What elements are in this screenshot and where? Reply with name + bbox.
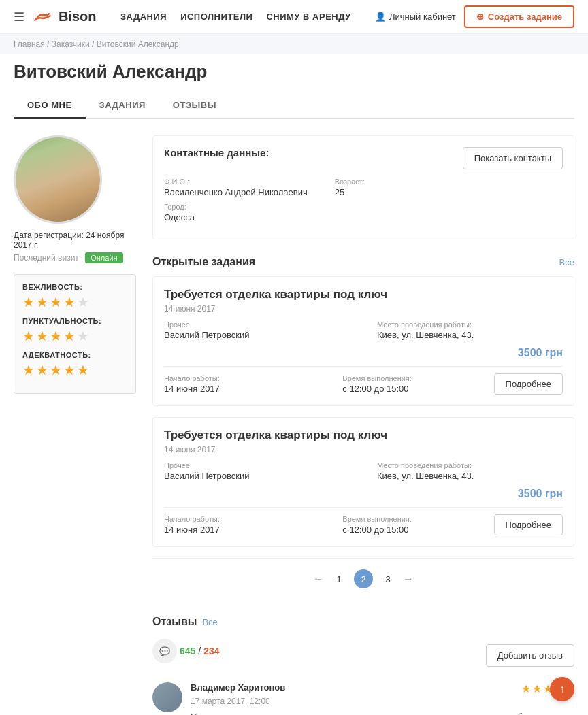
header: ☰ Bison ЗАДАНИЯ ИСПОЛНИТЕЛИ СНИМУ В АРЕН… xyxy=(0,0,588,34)
task-date-1: 14 июня 2017 xyxy=(164,304,563,314)
contacts-title: Контактные данные: xyxy=(164,147,269,159)
task-title-1[interactable]: Требуется отделка квартиры под ключ xyxy=(164,288,563,301)
tasks-prev-arrow[interactable]: ← xyxy=(313,573,324,585)
star-1: ★ xyxy=(22,362,35,378)
review-date-1: 17 марта 2017, 12:00 xyxy=(191,697,574,706)
review-text-1: Поведенческая практика показывает, что у… xyxy=(191,710,574,715)
reviews-bubble-icon: 💬 xyxy=(152,639,177,663)
reviews-counts: 💬 645 / 234 xyxy=(152,639,220,663)
contact-age: Возраст: 25 xyxy=(335,178,365,197)
task-location-2: Место проведения работы: Киев, ул. Шевче… xyxy=(377,461,563,481)
star-5: ★ xyxy=(77,294,89,310)
profile-section: Дата регистрации: 24 ноября 2017 г. Посл… xyxy=(14,135,574,715)
online-badge: Онлайн xyxy=(85,252,122,263)
logo[interactable]: Bison xyxy=(33,6,97,28)
rating-politeness: ВЕЖЛИВОСТЬ: ★ ★ ★ ★ ★ xyxy=(22,283,127,310)
header-right: 👤 Личный кабинет ⊕ Создать задание xyxy=(375,5,574,28)
nav-rent[interactable]: СНИМУ В АРЕНДУ xyxy=(266,12,350,22)
review-body-1: Владимер Харитонов ★ ★ ★ ★ ★ 17 марта 20… xyxy=(191,682,574,715)
tab-tasks[interactable]: ЗАДАНИЯ xyxy=(86,93,159,119)
stars-adequacy: ★ ★ ★ ★ ★ xyxy=(22,362,127,378)
tab-reviews[interactable]: ОТЗЫВЫ xyxy=(159,93,230,119)
last-visit: Последний визит: Онлайн xyxy=(14,252,136,263)
breadcrumb-current: Витовский Александр xyxy=(97,39,179,49)
contact-row-fio-age: Ф.И.О.: Василенченко Андрей Николаевич В… xyxy=(164,178,563,197)
star-3: ★ xyxy=(50,362,62,378)
contacts-header: Контактные данные: Показать контакты xyxy=(164,147,563,169)
task-location-1: Место проведения работы: Киев, ул. Шевче… xyxy=(377,320,563,340)
add-review-button[interactable]: Добавить отзыв xyxy=(486,644,574,667)
tasks-page-1[interactable]: 1 xyxy=(329,569,348,588)
reviews-count-pos: 645 xyxy=(180,646,195,656)
scroll-to-top-button[interactable]: ↑ xyxy=(550,677,574,701)
review-card-1: Владимер Харитонов ★ ★ ★ ★ ★ 17 марта 20… xyxy=(152,682,574,715)
cabinet-link[interactable]: 👤 Личный кабинет xyxy=(375,12,456,22)
open-tasks-all[interactable]: Все xyxy=(559,257,574,267)
burger-icon[interactable]: ☰ xyxy=(14,10,24,24)
main-content: Витовский Александр ОБО МНЕ ЗАДАНИЯ ОТЗЫ… xyxy=(0,54,588,715)
breadcrumb-home[interactable]: Главная xyxy=(14,39,45,49)
contact-fio: Ф.И.О.: Василенченко Андрей Николаевич xyxy=(164,178,308,197)
task-price-1: 3500 грн xyxy=(518,347,563,359)
task-meta-2: Прочее Василий Петровский Место проведен… xyxy=(164,461,563,481)
task-bottom-2: Начало работы: 14 июня 2017 Время выполн… xyxy=(164,514,563,535)
star-4: ★ xyxy=(63,362,76,378)
open-tasks-title: Открытые задания xyxy=(152,256,255,268)
logo-text: Bison xyxy=(59,9,97,24)
rating-adequacy: АДЕКВАТНОСТЬ: ★ ★ ★ ★ ★ xyxy=(22,351,127,378)
rating-punctuality: ПУНКТУАЛЬНОСТЬ: ★ ★ ★ ★ ★ xyxy=(22,317,127,344)
review-avatar-1 xyxy=(152,682,182,712)
reviews-count-neg: 234 xyxy=(203,646,219,656)
open-tasks-header: Открытые задания Все xyxy=(152,256,574,268)
tasks-next-arrow[interactable]: → xyxy=(403,573,414,585)
task-dates-1: Начало работы: 14 июня 2017 Время выполн… xyxy=(164,374,494,394)
task-card-1: Требуется отделка квартиры под ключ 14 и… xyxy=(152,276,574,406)
detail-button-2[interactable]: Подробнее xyxy=(494,514,563,535)
header-left: ☰ Bison xyxy=(14,6,97,28)
reviews-all[interactable]: Все xyxy=(202,617,217,627)
star-1: ★ xyxy=(22,294,35,310)
task-date-2: 14 июня 2017 xyxy=(164,445,563,454)
star-4: ★ xyxy=(63,294,76,310)
reviews-section: Отзывы Все 💬 645 / 234 Добавить отзыв xyxy=(152,616,574,715)
reg-date: Дата регистрации: 24 ноября 2017 г. xyxy=(14,231,136,250)
nav-executors[interactable]: ИСПОЛНИТЕЛИ xyxy=(180,12,252,22)
plus-icon: ⊕ xyxy=(476,12,484,22)
contacts-section: Контактные данные: Показать контакты Ф.И… xyxy=(152,135,574,239)
star-5: ★ xyxy=(77,362,89,378)
task-bottom-1: Начало работы: 14 июня 2017 Время выполн… xyxy=(164,373,563,395)
tasks-page-2[interactable]: 2 xyxy=(354,569,373,588)
create-task-button[interactable]: ⊕ Создать задание xyxy=(464,5,574,28)
tab-about[interactable]: ОБО МНЕ xyxy=(14,93,86,119)
star-4: ★ xyxy=(63,328,76,344)
tasks-page-3[interactable]: 3 xyxy=(378,569,397,588)
task-title-2[interactable]: Требуется отделка квартиры под ключ xyxy=(164,429,563,442)
task-card-2: Требуется отделка квартиры под ключ 14 и… xyxy=(152,417,574,547)
breadcrumb-customers[interactable]: Заказчики xyxy=(52,39,90,49)
stars-politeness: ★ ★ ★ ★ ★ xyxy=(22,294,127,310)
task-dates-2: Начало работы: 14 июня 2017 Время выполн… xyxy=(164,515,494,535)
star-3: ★ xyxy=(50,294,62,310)
profile-right: Контактные данные: Показать контакты Ф.И… xyxy=(152,135,574,715)
show-contacts-button[interactable]: Показать контакты xyxy=(463,147,563,169)
logo-icon xyxy=(33,6,54,28)
reviews-header-row: Отзывы Все xyxy=(152,616,574,628)
breadcrumb-bar: Главная / Заказчики / Витовский Александ… xyxy=(0,34,588,54)
profile-left: Дата регистрации: 24 ноября 2017 г. Посл… xyxy=(14,135,136,715)
ratings-box: ВЕЖЛИВОСТЬ: ★ ★ ★ ★ ★ ПУНКТУАЛЬНОСТЬ: ★ … xyxy=(14,274,136,394)
task-price-row-2: 3500 грн xyxy=(164,488,563,500)
nav-tasks[interactable]: ЗАДАНИЯ xyxy=(120,12,167,22)
reviews-header-left: Отзывы Все xyxy=(152,616,218,628)
detail-button-1[interactable]: Подробнее xyxy=(494,373,563,395)
task-category-1: Прочее Василий Петровский xyxy=(164,320,350,340)
star-1: ★ xyxy=(22,328,35,344)
reviews-title: Отзывы xyxy=(152,616,197,628)
tasks-pagination: ← 1 2 3 → xyxy=(152,558,574,599)
task-category-2: Прочее Василий Петровский xyxy=(164,461,350,481)
reviews-counts-row: 💬 645 / 234 Добавить отзыв xyxy=(152,639,574,671)
user-icon: 👤 xyxy=(375,12,386,22)
page-title: Витовский Александр xyxy=(14,61,574,82)
star-2: ★ xyxy=(36,362,48,378)
task-meta-1: Прочее Василий Петровский Место проведен… xyxy=(164,320,563,340)
svg-point-0 xyxy=(42,14,46,18)
